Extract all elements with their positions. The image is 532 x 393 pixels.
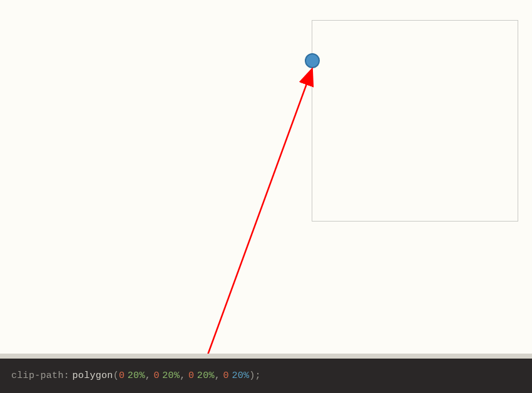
polygon-point-marker[interactable] xyxy=(305,53,320,68)
semicolon-punct: ; xyxy=(255,370,261,381)
comma-1: , xyxy=(180,370,185,381)
canvas-area xyxy=(0,0,532,354)
colon-punct: : xyxy=(64,370,69,381)
comma-0: , xyxy=(145,370,151,381)
close-paren: ) xyxy=(249,370,255,381)
coord-2-y: 20% xyxy=(197,370,215,381)
comma-2: , xyxy=(215,370,220,381)
coord-1-x: 0 xyxy=(154,370,160,381)
coord-0-y: 20% xyxy=(128,370,145,381)
coord-2-x: 0 xyxy=(188,370,194,381)
svg-line-1 xyxy=(207,70,312,358)
code-bar: clip-path : polygon ( 0 20% , 0 20% , 0 … xyxy=(0,359,532,393)
coord-3-y: 20% xyxy=(232,370,249,381)
separator-bar xyxy=(0,354,532,359)
coord-1-y: 20% xyxy=(162,370,180,381)
css-property: clip-path xyxy=(11,370,64,381)
clip-path-demo-box xyxy=(312,20,518,222)
coord-0-x: 0 xyxy=(119,370,125,381)
open-paren: ( xyxy=(113,370,119,381)
coord-3-x: 0 xyxy=(223,370,229,381)
css-function-name: polygon xyxy=(73,370,113,381)
